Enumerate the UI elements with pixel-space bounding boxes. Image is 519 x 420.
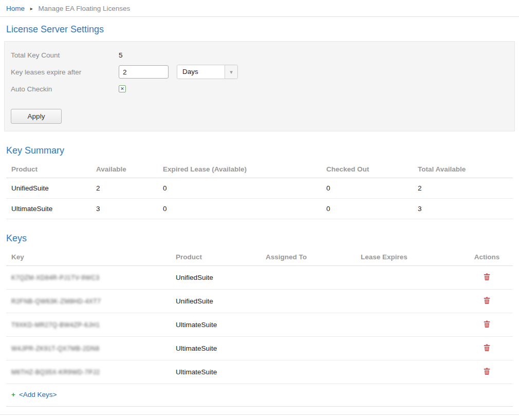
- lease-expire-label: Key leases expire after: [11, 68, 119, 76]
- column-header-checked-out: Checked Out: [321, 160, 413, 178]
- key-assigned-to: [261, 337, 356, 360]
- trash-icon: [484, 297, 490, 304]
- total-key-count-row: Total Key Count 5: [11, 49, 508, 61]
- table-row: K7QZM-XD84R-PJ1TV-9WC3 UnifiedSuite: [6, 266, 513, 290]
- key-assigned-to: [261, 266, 356, 290]
- license-key-obscured: M6THZ-BQ35X-KR9WD-7PJ2: [11, 369, 100, 376]
- key-actions-cell: [461, 337, 513, 360]
- column-header-product: Product: [6, 160, 91, 178]
- lease-unit-select[interactable]: Days ▾: [177, 65, 238, 79]
- column-header-key: Key: [6, 248, 171, 266]
- table-row: T9XKD-MR27Q-BW4ZP-6JH1 UltimateSuite: [6, 313, 513, 337]
- key-actions-cell: [461, 266, 513, 290]
- column-header-actions: Actions: [461, 248, 513, 266]
- total-key-count-label: Total Key Count: [11, 51, 119, 59]
- chevron-down-icon: ▾: [230, 69, 233, 75]
- summary-total-available: 2: [413, 178, 513, 199]
- key-lease-expires: [356, 360, 461, 384]
- breadcrumb: Home ▸ Manage EA Floating Licenses: [0, 0, 519, 17]
- breadcrumb-separator-icon: ▸: [30, 6, 33, 11]
- check-mark-icon: ✕: [120, 87, 124, 91]
- key-lease-expires: [356, 337, 461, 360]
- column-header-total-available: Total Available: [413, 160, 513, 178]
- plus-icon: +: [11, 391, 15, 398]
- table-row: UnifiedSuite 2 0 0 2: [6, 178, 513, 199]
- add-keys-row: +<Add Keys>: [6, 384, 513, 407]
- delete-key-button[interactable]: [483, 273, 491, 281]
- key-summary-table: Product Available Expired Lease (Availab…: [6, 160, 513, 219]
- delete-key-button[interactable]: [483, 343, 491, 352]
- table-row: R2FNB-QW63K-ZM8HD-4XT7 UnifiedSuite: [6, 290, 513, 313]
- total-key-count-value: 5: [119, 51, 123, 59]
- table-row: W4JPR-ZK91T-QX7MB-2DN8 UltimateSuite: [6, 337, 513, 360]
- summary-product: UnifiedSuite: [6, 178, 91, 199]
- key-actions-cell: [461, 290, 513, 313]
- keys-section-title: Keys: [6, 233, 519, 244]
- column-header-available: Available: [91, 160, 158, 178]
- summary-checked-out: 0: [321, 178, 413, 199]
- license-key-obscured: R2FNB-QW63K-ZM8HD-4XT7: [11, 298, 101, 305]
- column-header-assigned-to: Assigned To: [261, 248, 356, 266]
- summary-expired-lease: 0: [158, 178, 321, 199]
- key-summary-header-row: Product Available Expired Lease (Availab…: [6, 160, 513, 178]
- trash-icon: [484, 273, 490, 281]
- key-product: UnifiedSuite: [171, 290, 261, 313]
- key-summary-section-title: Key Summary: [6, 145, 519, 156]
- license-key-obscured: W4JPR-ZK91T-QX7MB-2DN8: [11, 345, 100, 352]
- footer-divider: [0, 414, 519, 415]
- key-product: UnifiedSuite: [171, 266, 261, 290]
- key-assigned-to: [261, 360, 356, 384]
- license-key-obscured: T9XKD-MR27Q-BW4ZP-6JH1: [11, 321, 100, 329]
- lease-unit-dropdown-button[interactable]: ▾: [225, 65, 237, 79]
- key-actions-cell: [461, 313, 513, 337]
- lease-unit-value: Days: [177, 65, 225, 79]
- summary-available: 2: [91, 178, 158, 199]
- license-key-obscured: K7QZM-XD84R-PJ1TV-9WC3: [11, 274, 100, 281]
- trash-icon: [484, 344, 490, 352]
- apply-button[interactable]: Apply: [11, 109, 62, 124]
- key-cell: K7QZM-XD84R-PJ1TV-9WC3: [6, 266, 171, 290]
- key-lease-expires: [356, 313, 461, 337]
- keys-header-row: Key Product Assigned To Lease Expires Ac…: [6, 248, 513, 266]
- key-cell: M6THZ-BQ35X-KR9WD-7PJ2: [6, 360, 171, 384]
- delete-key-button[interactable]: [483, 367, 491, 376]
- summary-total-available: 3: [413, 199, 513, 219]
- key-lease-expires: [356, 290, 461, 313]
- key-cell: R2FNB-QW63K-ZM8HD-4XT7: [6, 290, 171, 313]
- key-cell: T9XKD-MR27Q-BW4ZP-6JH1: [6, 313, 171, 337]
- key-product: UltimateSuite: [171, 313, 261, 337]
- table-row: M6THZ-BQ35X-KR9WD-7PJ2 UltimateSuite: [6, 360, 513, 384]
- key-assigned-to: [261, 313, 356, 337]
- table-row: UltimateSuite 3 0 0 3: [6, 199, 513, 219]
- breadcrumb-home-link[interactable]: Home: [6, 5, 25, 12]
- delete-key-button[interactable]: [483, 320, 491, 329]
- delete-key-button[interactable]: [483, 296, 491, 305]
- key-product: UltimateSuite: [171, 337, 261, 360]
- trash-icon: [484, 368, 490, 375]
- license-server-settings-panel: Total Key Count 5 Key leases expire afte…: [4, 41, 515, 131]
- keys-table: Key Product Assigned To Lease Expires Ac…: [6, 248, 513, 384]
- key-product: UltimateSuite: [171, 360, 261, 384]
- breadcrumb-current: Manage EA Floating Licenses: [39, 5, 131, 12]
- column-header-lease-expires: Lease Expires: [356, 248, 461, 266]
- summary-product: UltimateSuite: [6, 199, 91, 219]
- key-lease-expires: [356, 266, 461, 290]
- lease-duration-input[interactable]: [119, 65, 169, 79]
- key-assigned-to: [261, 290, 356, 313]
- key-actions-cell: [461, 360, 513, 384]
- column-header-product: Product: [171, 248, 261, 266]
- trash-icon: [484, 320, 490, 328]
- auto-checkin-label: Auto Checkin: [11, 85, 119, 93]
- column-header-expired-lease: Expired Lease (Available): [158, 160, 321, 178]
- auto-checkin-row: Auto Checkin ✕: [11, 83, 508, 95]
- lease-expire-row: Key leases expire after Days ▾: [11, 65, 508, 79]
- add-keys-link[interactable]: <Add Keys>: [19, 391, 57, 398]
- summary-checked-out: 0: [321, 199, 413, 219]
- key-cell: W4JPR-ZK91T-QX7MB-2DN8: [6, 337, 171, 360]
- summary-available: 3: [91, 199, 158, 219]
- summary-expired-lease: 0: [158, 199, 321, 219]
- settings-section-title: License Server Settings: [6, 24, 519, 35]
- auto-checkin-checkbox[interactable]: ✕: [119, 85, 126, 92]
